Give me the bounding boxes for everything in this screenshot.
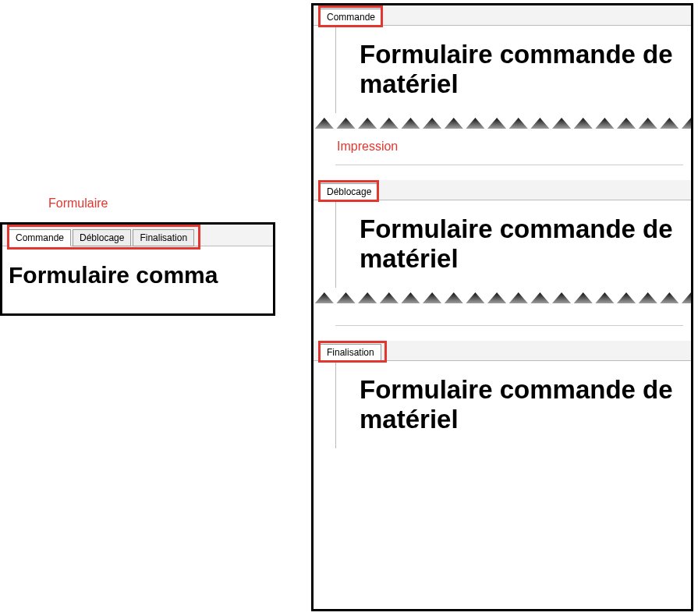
print-title-commande: Formulaire commande de matériel — [360, 40, 677, 99]
print-title-finalisation: Formulaire commande de matériel — [360, 375, 677, 434]
spacer — [314, 303, 691, 325]
print-tab-deblocage: Déblocage — [320, 183, 378, 200]
print-tabbar-commande: Commande — [314, 5, 691, 26]
print-tabbar-finalisation: Finalisation — [314, 341, 691, 361]
print-section-finalisation: Finalisation Formulaire commande de maté… — [314, 325, 691, 448]
print-tabbar-deblocage: Déblocage — [314, 180, 691, 200]
print-preview-column: Commande Formulaire commande de matériel… — [311, 3, 693, 611]
print-body-deblocage: Formulaire commande de matériel — [335, 200, 691, 288]
form-title: Formulaire comma — [9, 262, 267, 289]
tear-separator-icon — [314, 113, 691, 129]
label-impression: Impression — [314, 129, 691, 165]
spacer — [335, 165, 683, 180]
label-formulaire: Formulaire — [48, 196, 108, 211]
print-section-deblocage: Déblocage Formulaire commande de matérie… — [314, 165, 691, 288]
tab-deblocage[interactable]: Déblocage — [73, 229, 131, 246]
print-title-deblocage: Formulaire commande de matériel — [360, 214, 677, 274]
print-section-commande: Commande Formulaire commande de matériel — [314, 5, 691, 113]
print-body-finalisation: Formulaire commande de matériel — [335, 361, 691, 448]
print-tab-commande: Commande — [320, 9, 382, 26]
form-window: Commande Déblocage Finalisation Formulai… — [0, 222, 275, 316]
form-body: Formulaire comma — [2, 246, 273, 295]
print-body-commande: Formulaire commande de matériel — [335, 26, 691, 113]
print-tab-finalisation: Finalisation — [320, 344, 381, 361]
spacer — [335, 325, 683, 341]
form-tabbar: Commande Déblocage Finalisation — [2, 225, 273, 246]
tab-finalisation[interactable]: Finalisation — [133, 229, 194, 246]
tab-commande[interactable]: Commande — [9, 229, 71, 246]
tear-separator-icon — [314, 288, 691, 303]
